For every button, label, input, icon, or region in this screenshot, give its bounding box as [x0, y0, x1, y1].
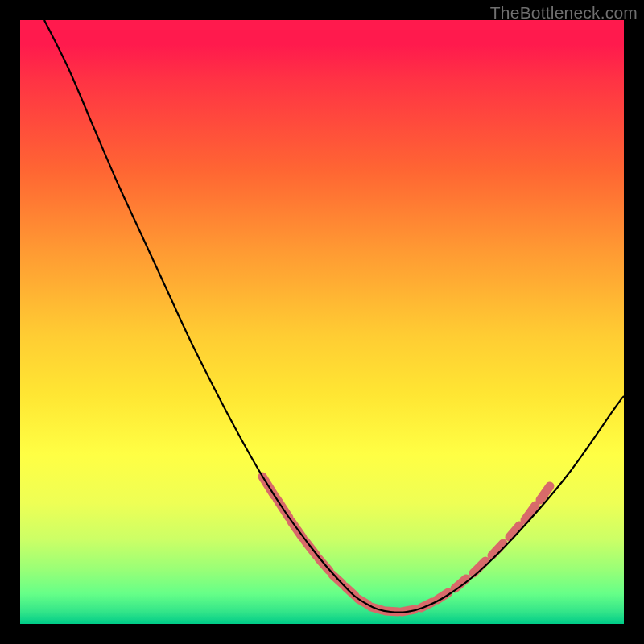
highlight-dash	[525, 506, 535, 520]
chart-svg	[20, 20, 624, 624]
curve-line	[44, 20, 624, 613]
chart-frame: TheBottleneck.com	[0, 0, 644, 644]
plot-area	[20, 20, 624, 624]
